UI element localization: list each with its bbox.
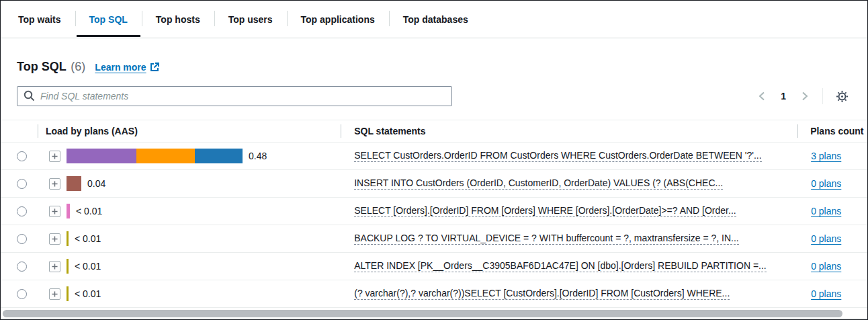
plus-icon [52, 264, 58, 270]
horizontal-scrollbar-thumb[interactable] [3, 310, 842, 317]
expand-row-toggle[interactable] [49, 288, 60, 300]
row-select-radio[interactable] [17, 151, 27, 161]
sql-statement-link[interactable]: (? varchar(?),? varchar(?))SELECT [CustO… [354, 288, 730, 300]
table-row: 0.48 SELECT CustOrders.OrderID FROM Cust… [1, 143, 867, 170]
load-bar [67, 231, 69, 246]
plans-count-link[interactable]: 3 plans [811, 151, 841, 161]
table-row: 0.04 INSERT INTO CustOrders (OrderID, Cu… [1, 170, 867, 198]
chevron-right-icon [801, 91, 809, 101]
load-value: < 0.01 [75, 261, 101, 272]
tab-top-databases[interactable]: Top databases [389, 1, 482, 38]
table-row: < 0.01 ALTER INDEX [PK__Orders__C3905BAF… [1, 253, 867, 280]
sql-statement-link[interactable]: ALTER INDEX [PK__Orders__C3905BAF6D1AC47… [354, 260, 767, 272]
row-select-radio[interactable] [17, 179, 27, 189]
preferences-button[interactable] [832, 87, 851, 106]
pagination-controls: 1 [754, 87, 851, 106]
sql-statement-link[interactable]: INSERT INTO CustOrders (OrderID, Custome… [354, 177, 723, 190]
plus-icon [52, 208, 58, 214]
column-header-plans: Plans count [797, 120, 867, 142]
horizontal-scrollbar-track [1, 308, 867, 319]
learn-more-label: Learn more [95, 62, 146, 73]
table-header-row: Load by plans (AAS) SQL statements Plans… [1, 120, 867, 143]
previous-page-button[interactable] [754, 88, 770, 104]
column-header-sql: SQL statements [341, 120, 797, 142]
plans-count-link[interactable]: 0 plans [811, 233, 841, 244]
load-bar [67, 204, 70, 218]
plus-icon [52, 181, 58, 187]
load-bar [67, 176, 81, 191]
load-value: < 0.01 [75, 233, 101, 244]
sql-statement-link[interactable]: BACKUP LOG ? TO VIRTUAL_DEVICE = ? WITH … [354, 233, 739, 245]
tab-bar: Top waits Top SQL Top hosts Top users To… [1, 1, 867, 38]
plans-count-link[interactable]: 0 plans [811, 206, 841, 216]
toolbar-divider [822, 88, 823, 104]
column-header-load: Load by plans (AAS) [38, 120, 341, 142]
external-link-icon [150, 62, 159, 73]
load-value: 0.04 [87, 178, 105, 189]
search-box [17, 86, 452, 106]
learn-more-link[interactable]: Learn more [95, 62, 159, 73]
load-value: < 0.01 [76, 206, 102, 216]
tab-top-applications[interactable]: Top applications [287, 1, 389, 38]
row-select-radio[interactable] [17, 262, 27, 272]
selection-column-header [1, 120, 38, 142]
plus-icon [52, 291, 58, 297]
table-row: < 0.01 SELECT [Orders].[OrderID] FROM [O… [1, 198, 867, 225]
expand-row-toggle[interactable] [49, 151, 60, 162]
row-select-radio[interactable] [17, 234, 27, 244]
load-bar [67, 149, 243, 163]
search-input[interactable] [17, 86, 452, 106]
row-select-radio[interactable] [17, 289, 27, 299]
row-select-radio[interactable] [17, 206, 27, 216]
tab-top-sql[interactable]: Top SQL [75, 1, 142, 38]
plans-count-link[interactable]: 0 plans [811, 178, 841, 189]
panel-title-text: Top SQL [17, 60, 67, 73]
page-title: Top SQL (6) [17, 56, 85, 75]
plus-icon [52, 236, 58, 242]
tab-top-users[interactable]: Top users [214, 1, 287, 38]
plans-count-link[interactable]: 0 plans [811, 288, 841, 299]
expand-row-toggle[interactable] [49, 206, 60, 217]
load-value: < 0.01 [75, 288, 101, 299]
current-page-number: 1 [777, 91, 790, 102]
load-value: 0.48 [249, 151, 267, 161]
plus-icon [52, 153, 58, 159]
load-bar [67, 259, 69, 274]
tab-top-waits[interactable]: Top waits [4, 1, 75, 38]
expand-row-toggle[interactable] [49, 233, 60, 245]
table-body: 0.48 SELECT CustOrders.OrderID FROM Cust… [1, 143, 867, 308]
sql-statement-link[interactable]: SELECT CustOrders.OrderID FROM CustOrder… [354, 150, 761, 162]
table-row: < 0.01 BACKUP LOG ? TO VIRTUAL_DEVICE = … [1, 225, 867, 253]
tab-top-hosts[interactable]: Top hosts [142, 1, 214, 38]
expand-row-toggle[interactable] [49, 261, 60, 272]
expand-row-toggle[interactable] [49, 178, 60, 190]
load-bar [67, 286, 69, 301]
table-toolbar: 1 [1, 86, 867, 106]
table-row: < 0.01 (? varchar(?),? varchar(?))SELECT… [1, 280, 867, 308]
top-sql-table: Load by plans (AAS) SQL statements Plans… [1, 120, 867, 308]
next-page-button[interactable] [797, 88, 813, 104]
panel-header: Top SQL (6) Learn more [1, 38, 867, 83]
plans-count-link[interactable]: 0 plans [811, 261, 841, 272]
gear-icon [836, 90, 849, 103]
top-sql-panel: Top waits Top SQL Top hosts Top users To… [0, 0, 868, 320]
sql-statement-link[interactable]: SELECT [Orders].[OrderID] FROM [Orders] … [354, 205, 736, 217]
chevron-left-icon [758, 91, 766, 101]
result-count: (6) [71, 60, 85, 73]
